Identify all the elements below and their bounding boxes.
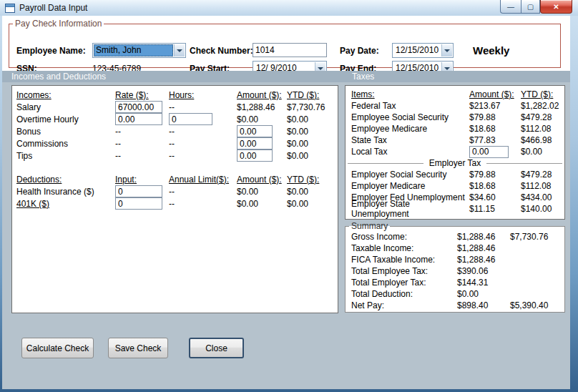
chevron-down-icon[interactable] <box>441 44 452 57</box>
row-amount: $11.15 <box>469 204 521 214</box>
row-label: Employer Medicare <box>351 181 469 191</box>
local-tax-input[interactable] <box>469 146 509 158</box>
row-amount: $1,288.46 <box>457 255 510 265</box>
close-window-button[interactable]: ✕ <box>540 0 572 14</box>
row-ytd: $112.08 <box>521 181 564 191</box>
tax-row-employer-state-unemployment: Employer State Unemployment $11.15 $140.… <box>346 203 564 215</box>
row-label: Local Tax <box>351 147 469 157</box>
row-ytd: $1,282.02 <box>521 101 564 111</box>
section-band: Incomes and Deductions Taxes <box>2 71 570 82</box>
row-ytd: $434.00 <box>521 192 564 202</box>
row-amount: $1,288.46 <box>457 243 510 253</box>
commissions-amount-input[interactable] <box>237 137 273 150</box>
row-label: State Tax <box>351 135 469 145</box>
row-amount: $390.06 <box>457 266 510 276</box>
col-header-amount: Amount ($): <box>469 89 521 99</box>
row-label: Gross Income: <box>351 232 457 242</box>
row-amount: $18.68 <box>469 181 521 191</box>
health-amount: $0.00 <box>237 187 287 197</box>
k401-link[interactable]: 401K ($) <box>16 199 115 209</box>
row-amount: $34.60 <box>469 192 521 202</box>
row-ytd: $479.28 <box>521 112 564 122</box>
income-row-overtime: Overtime Hourly $0.00 $0.00 <box>12 113 338 125</box>
row-ytd: $5,390.40 <box>510 300 564 310</box>
row-amount: $79.88 <box>469 170 521 180</box>
salary-rate-input[interactable] <box>115 101 162 113</box>
tips-rate: -- <box>115 151 169 161</box>
minimize-button[interactable]: — <box>500 0 521 14</box>
tax-row-employee-ss: Employee Social Security $79.88 $479.28 <box>346 112 564 123</box>
paycheck-info-legend: Pay Check Information <box>13 19 104 29</box>
close-button[interactable]: Close <box>189 338 244 358</box>
col-header-incomes: Incomes: <box>16 90 115 100</box>
employer-tax-label: Employer Tax <box>423 158 486 168</box>
summary-row-employer-tax: Total Employer Tax: $144.31 <box>346 277 564 288</box>
row-label: Employee Social Security <box>351 112 469 122</box>
row-label: Taxable Income: <box>351 243 457 253</box>
check-number-label: Check Number: <box>190 46 253 56</box>
row-ytd: $0.00 <box>521 147 564 157</box>
maximize-button[interactable]: ▢ <box>521 0 540 14</box>
app-icon <box>5 4 15 13</box>
bonus-rate: -- <box>115 127 169 137</box>
deductions-header-row: Deductions: Input: Annual Limit($): Amou… <box>12 173 338 185</box>
row-amount: $18.68 <box>469 124 521 134</box>
row-ytd: $7,730.76 <box>510 232 564 242</box>
summary-row-employee-tax: Total Employee Tax: $390.06 <box>346 265 564 277</box>
income-row-commissions: Commissions -- -- $0.00 <box>12 137 338 150</box>
bonus-hours: -- <box>169 127 237 137</box>
tips-amount-input[interactable] <box>237 150 273 162</box>
maximize-icon: ▢ <box>527 3 534 11</box>
bonus-amount-input[interactable] <box>237 125 273 137</box>
overtime-amount: $0.00 <box>237 114 287 124</box>
check-number-input[interactable] <box>253 43 327 57</box>
client-area: Pay Check Information Employee Name: Smi… <box>2 16 570 389</box>
tax-row-federal: Federal Tax $213.67 $1,282.02 <box>346 100 564 112</box>
summary-group: Summary Gross Income: $1,288.46 $7,730.7… <box>345 221 565 313</box>
salary-hours: -- <box>169 102 237 112</box>
overtime-rate-input[interactable] <box>115 113 162 125</box>
summary-row-taxable: Taxable Income: $1,288.46 <box>346 242 564 254</box>
col-header-ytd: YTD ($): <box>521 89 564 99</box>
row-amount: $79.88 <box>469 112 521 122</box>
col-header-annual-limit: Annual Limit($): <box>169 175 237 185</box>
pay-date-select[interactable]: 12/15/2010 <box>392 43 454 58</box>
taxes-header-row: Items: Amount ($): YTD ($): <box>346 89 564 100</box>
row-label: Commissions <box>16 139 115 149</box>
save-check-button[interactable]: Save Check <box>108 338 168 358</box>
summary-legend: Summary <box>349 221 390 231</box>
col-header-items: Items: <box>351 89 469 99</box>
paycheck-info-group: Pay Check Information Employee Name: Smi… <box>9 19 561 68</box>
k401-ytd: $0.00 <box>287 199 338 209</box>
k401-input[interactable] <box>115 197 162 210</box>
overtime-ytd: $0.00 <box>287 114 338 124</box>
row-amount: $0.00 <box>457 289 510 299</box>
window-title: Payroll Data Input <box>19 3 87 13</box>
pay-frequency-label: Weekly <box>473 44 509 57</box>
calculate-check-button[interactable]: Calculate Check <box>21 338 94 358</box>
titlebar[interactable]: Payroll Data Input — ▢ ✕ <box>0 0 578 16</box>
row-amount: $77.83 <box>469 135 521 145</box>
taxes-panel: Items: Amount ($): YTD ($): Federal Tax … <box>345 85 565 220</box>
health-limit: -- <box>169 187 237 197</box>
overtime-hours-input[interactable] <box>169 113 212 125</box>
employee-name-select[interactable]: Smith, John <box>92 43 186 58</box>
row-label: Health Insurance ($) <box>16 187 115 197</box>
row-label: Employer State Unemployment <box>351 199 469 219</box>
row-amount: $898.40 <box>457 300 510 310</box>
summary-row-gross: Gross Income: $1,288.46 $7,730.76 <box>346 231 564 242</box>
tips-hours: -- <box>169 151 237 161</box>
deduction-row-401k: 401K ($) -- $0.00 $0.00 <box>12 197 338 210</box>
employer-tax-divider: Employer Tax <box>348 157 562 169</box>
pay-date-label: Pay Date: <box>340 46 379 56</box>
row-ytd: $112.08 <box>521 124 564 134</box>
work-area: Incomes: Rate ($): Hours: Amount ($): YT… <box>2 82 570 389</box>
income-row-salary: Salary -- $1,288.46 $7,730.76 <box>12 101 338 113</box>
health-insurance-input[interactable] <box>115 185 162 197</box>
row-ytd: $479.28 <box>521 170 564 180</box>
incomes-section-header: Incomes and Deductions <box>11 72 106 82</box>
chevron-down-icon[interactable] <box>174 44 185 57</box>
health-ytd: $0.00 <box>287 187 338 197</box>
row-amount: $144.31 <box>457 278 510 288</box>
col-header-hours: Hours: <box>169 90 237 100</box>
